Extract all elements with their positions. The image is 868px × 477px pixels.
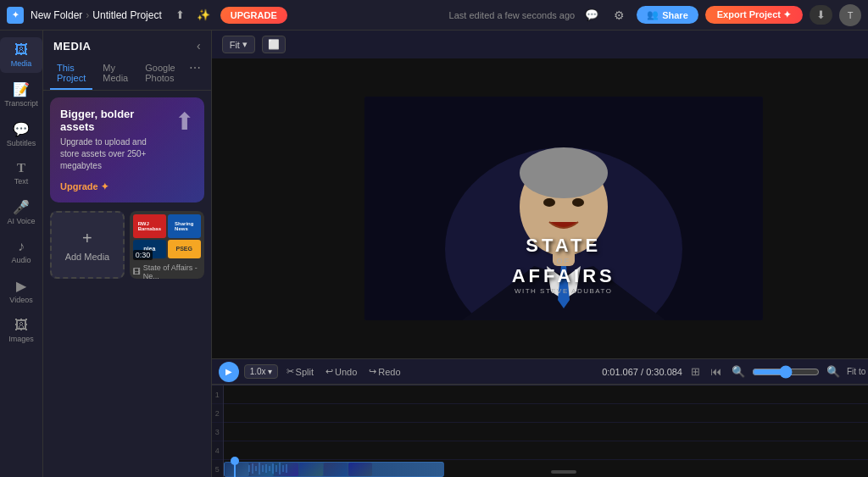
svg-rect-14 [269,466,270,471]
waveform-svg [248,463,418,475]
plus-icon: + [82,229,92,248]
track-row-1 [224,385,868,404]
speed-button[interactable]: 1.0x ▾ [244,364,278,379]
tab-google-photos[interactable]: Google Photos [138,58,181,90]
track-row-5 [224,460,868,477]
svg-rect-10 [255,466,257,471]
videos-label: Videos [9,296,32,304]
media-tab-more-btn[interactable]: ⋯ [186,58,204,90]
zoom-in-btn[interactable]: 🔍 [823,363,843,380]
tab-this-project[interactable]: This Project [50,58,92,90]
media-file-icon: 🎞 [133,268,141,276]
sidebar-item-transcript[interactable]: 📝 Transcript [0,76,42,113]
media-thumb-info: 🎞 State of Affairs - Ne... [130,262,204,279]
video-clip-1[interactable] [224,462,444,477]
track-num-1: 1 [212,385,223,404]
share-button[interactable]: 👥 Share [637,6,698,24]
sidebar-item-subtitles[interactable]: 💬 Subtitles [0,116,42,153]
timeline-nav-start[interactable]: ⏮ [707,363,725,380]
video-toolbar: Fit ▾ ⬜ [212,31,868,58]
media-panel-title: MEDIA [53,40,91,53]
media-grid: + Add Media RWJBarnabas SharingNews niea… [50,211,204,279]
aivoice-icon: 🎤 [13,199,30,215]
fit-screen-button[interactable]: Fit to Screen [847,367,868,376]
app-logo: ✦ [7,7,24,24]
video-frame: STATE OF AFFAIRS WITH STEVE ADUBATO [364,97,763,320]
zoom-slider[interactable] [752,365,820,379]
timeline-tracks: 1 2 3 4 5 [212,385,868,477]
svg-rect-19 [286,464,287,473]
svg-rect-13 [265,464,267,473]
play-button[interactable]: ▶ [219,362,239,382]
sidebar-item-images[interactable]: 🖼 Images [0,313,42,348]
overlay-affairs: AFFAIRS [512,265,615,287]
redo-label: Redo [378,367,400,377]
magic-btn[interactable]: ✨ [193,7,214,23]
sidebar-item-videos[interactable]: ▶ Videos [0,273,42,309]
timeline-area: ▶ 1.0x ▾ ✂ Split ↩ Undo ↪ Redo [212,358,868,477]
export-button[interactable]: Export Project ✦ [705,6,803,24]
timeline-add-track-btn[interactable]: ⊞ [687,363,704,380]
upgrade-button[interactable]: UPGRADE [220,7,287,24]
tab-my-media[interactable]: My Media [96,58,135,90]
transcript-label: Transcript [4,99,38,108]
sidebar-item-text[interactable]: T Text [0,156,42,191]
sidebar-item-media[interactable]: 🖼 Media [0,37,42,73]
svg-rect-11 [259,463,260,474]
upgrade-card-button[interactable]: Upgrade ✦ [60,181,108,192]
settings-button[interactable]: ⚙ [609,7,630,24]
fit-dropdown[interactable]: Fit ▾ [222,36,255,53]
audio-label: Audio [11,256,31,264]
media-duration-badge: 0:30 [133,250,153,260]
logo-pseg: PSEG [168,240,201,259]
chat-icon-btn[interactable]: 💬 [581,7,602,23]
aivoice-label: AI Voice [7,217,35,225]
svg-point-7 [572,198,584,207]
playhead[interactable] [234,460,236,477]
crop-button[interactable]: ⬜ [262,36,286,53]
svg-point-5 [520,147,608,198]
svg-rect-12 [262,465,264,472]
subtitles-label: Subtitles [7,139,36,147]
track-row-4 [224,441,868,460]
folder-name: New Folder [31,9,82,21]
video-content: STATE OF AFFAIRS WITH STEVE ADUBATO [364,97,763,320]
media-collapse-btn[interactable]: ‹ [197,39,201,53]
svg-rect-8 [248,465,250,472]
undo-button[interactable]: ↩ Undo [322,364,360,379]
overlay-of: OF [512,257,615,265]
main-layout: 🖼 Media 📝 Transcript 💬 Subtitles T Text … [0,31,868,477]
topbar: ✦ New Folder › Untitled Project ⬆ ✨ UPGR… [0,0,868,31]
sidebar-item-aivoice[interactable]: 🎤 AI Voice [0,194,42,230]
sidebar-item-audio[interactable]: ♪ Audio [0,234,42,269]
media-thumbnail[interactable]: RWJBarnabas SharingNews niea PSEG 0:30 🎞… [130,211,204,279]
video-overlay-text: STATE OF AFFAIRS WITH STEVE ADUBATO [512,235,615,295]
undo-label: Undo [335,367,357,377]
redo-icon: ↪ [369,366,376,377]
download-button[interactable]: ⬇ [810,5,832,25]
split-label: Split [296,367,314,377]
zoom-out-btn[interactable]: 🔍 [728,363,748,380]
fit-label: Fit [230,40,240,50]
share-icon: 👥 [647,9,659,20]
add-media-label: Add Media [65,252,110,262]
icon-sidebar: 🖼 Media 📝 Transcript 💬 Subtitles T Text … [0,31,43,477]
user-avatar[interactable]: T [839,4,861,26]
split-button[interactable]: ✂ Split [283,364,317,379]
track-numbers: 1 2 3 4 5 [212,385,224,477]
transcript-icon: 📝 [13,81,30,97]
timeline-right-controls: ⊞ ⏮ 🔍 🔍 Fit to Screen ✕ [687,363,868,380]
upgrade-card-title: Bigger, bolder assets [60,108,168,133]
video-preview: STATE OF AFFAIRS WITH STEVE ADUBATO [212,58,868,358]
add-media-button[interactable]: + Add Media [50,211,125,279]
subtitles-icon: 💬 [13,121,30,137]
audio-icon: ♪ [18,239,25,254]
text-icon: T [17,161,25,175]
share-icon-btn[interactable]: ⬆ [172,7,188,23]
speed-label: 1.0x [250,367,266,376]
current-time: 0:01.067 [602,367,638,377]
svg-point-6 [543,198,555,207]
fit-screen-label: Fit to Screen [847,367,868,376]
share-label: Share [662,10,688,20]
redo-button[interactable]: ↪ Redo [365,364,403,379]
